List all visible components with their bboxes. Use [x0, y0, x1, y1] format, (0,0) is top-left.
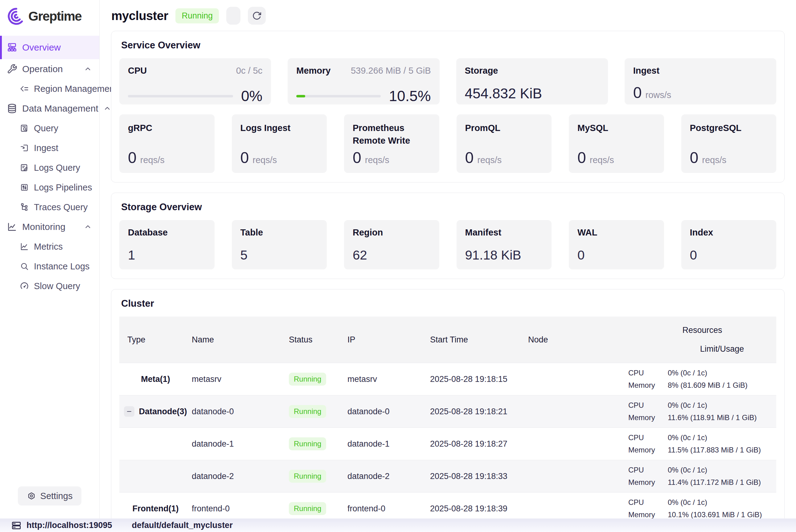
collapse-datanode-group-button[interactable] [124, 406, 134, 417]
cpu-key: CPU [628, 466, 668, 474]
table-stat-card: Table 5 [232, 220, 327, 269]
sidebar-item-query[interactable]: Query [0, 118, 99, 138]
status-badge: Running [289, 405, 326, 418]
cpu-usage: 0% (0c / 1c) [668, 401, 707, 410]
sidebar-item-logs-query[interactable]: Logs Query [0, 158, 99, 177]
database-stat-label: Database [128, 227, 206, 238]
sidebar-item-label: Query [34, 123, 58, 133]
row-type: Datanode(3) [139, 407, 187, 416]
row-type: Meta(1) [141, 375, 170, 384]
cpu-label: CPU [128, 66, 147, 76]
page-title: mycluster [111, 9, 168, 23]
postgresql-card: PostgreSQL 0 reqs/s [681, 114, 777, 173]
wal-stat-value: 0 [577, 249, 656, 262]
sidebar-nav: Overview Operation Region Management [0, 35, 99, 487]
brand-logo[interactable]: Greptime [0, 0, 99, 35]
table-row-frontend-0: Frontend(1) frontend-0 Running frontend-… [119, 492, 776, 518]
column-header-status: Status [289, 317, 347, 363]
status-bar: http://localhost:19095 default/default_m… [0, 518, 796, 532]
ingest-label: Ingest [633, 66, 659, 76]
sidebar-item-label: Logs Query [34, 163, 80, 173]
cpu-usage: 0% (0c / 1c) [668, 433, 707, 442]
index-stat-value: 0 [690, 249, 768, 262]
storage-value: 454.832 KiB [465, 86, 599, 100]
row-ip: datanode-0 [347, 407, 390, 416]
sidebar-item-metrics[interactable]: Metrics [0, 237, 99, 256]
row-start-time: 2025-08-28 19:18:33 [430, 472, 508, 481]
sidebar-item-slow-query[interactable]: Slow Query [0, 276, 99, 296]
logs-ingest-card: Logs Ingest 0 reqs/s [232, 114, 327, 173]
cpu-progress-track [128, 95, 233, 97]
memory-key: Memory [628, 413, 668, 422]
sidebar: Greptime Overview Operation [0, 0, 99, 518]
storage-stats-row: Database 1 Table 5 Region 62 Manifest 91… [119, 220, 776, 269]
table-row-datanode-1: datanode-1 Running datanode-1 2025-08-28… [119, 428, 776, 460]
cpu-usage: 0% (0c / 1c) [668, 369, 707, 377]
tree-icon [20, 203, 29, 212]
ingest-unit: rows/s [646, 90, 671, 100]
resources-header-label: Resources [628, 325, 776, 335]
server-icon [11, 520, 22, 531]
sidebar-group-data-management[interactable]: Data Management [0, 99, 99, 118]
row-start-time: 2025-08-28 19:18:27 [430, 439, 508, 449]
sidebar-item-region-management[interactable]: Region Management [0, 79, 99, 99]
row-ip: datanode-2 [347, 472, 390, 481]
index-stat-label: Index [690, 227, 768, 238]
refresh-button[interactable] [248, 7, 266, 25]
cluster-table-body: Meta(1) metasrv Running metasrv 2025-08-… [119, 363, 776, 518]
row-ip: metasrv [347, 375, 377, 384]
cpu-limit: 0c / 5c [236, 66, 262, 76]
server-url[interactable]: http://localhost:19095 [26, 520, 112, 530]
sidebar-item-overview[interactable]: Overview [0, 36, 99, 59]
region-stat-value: 62 [353, 249, 431, 262]
memory-percent: 10.5% [389, 89, 431, 103]
brand-name: Greptime [29, 9, 81, 24]
cpu-usage: 0% (0c / 1c) [668, 498, 707, 507]
row-resources: CPU0% (0c / 1c) Memory10.1% (103.691 MiB… [628, 498, 776, 518]
column-header-name: Name [192, 317, 289, 363]
promql-card: PromQL 0 reqs/s [457, 114, 552, 173]
sidebar-item-traces-query[interactable]: Traces Query [0, 197, 99, 217]
gear-icon [27, 491, 36, 500]
cluster-status-badge: Running [175, 8, 219, 23]
sidebar-group-operation[interactable]: Operation [0, 59, 99, 79]
promql-unit: reqs/s [477, 155, 501, 165]
index-stat-card: Index 0 [681, 220, 777, 269]
mysql-unit: reqs/s [590, 155, 614, 165]
database-stat-card: Database 1 [119, 220, 214, 269]
ingest-arrow-icon [20, 143, 29, 153]
sidebar-group-label: Data Management [22, 103, 98, 114]
line-chart-icon [7, 222, 17, 232]
current-database[interactable]: default/default_mycluster [132, 520, 233, 530]
row-ip: frontend-0 [347, 504, 385, 513]
row-start-time: 2025-08-28 19:18:15 [430, 375, 508, 384]
cpu-usage: 0% (0c / 1c) [668, 466, 707, 474]
status-badge: Running [289, 470, 326, 483]
logs-ingest-label: Logs Ingest [241, 122, 319, 134]
region-stat-label: Region [353, 227, 431, 238]
sidebar-item-ingest[interactable]: Ingest [0, 138, 99, 158]
sidebar-item-label: Traces Query [34, 202, 88, 212]
sidebar-group-monitoring[interactable]: Monitoring [0, 217, 99, 237]
promql-label: PromQL [465, 122, 543, 134]
cluster-panel: Cluster Type Name Status IP Start Time N… [111, 289, 784, 518]
grpc-label: gRPC [128, 122, 206, 134]
row-start-time: 2025-08-28 19:18:39 [430, 504, 508, 513]
manifest-stat-value: 91.18 KiB [465, 249, 543, 262]
service-overview-panel: Service Overview CPU 0c / 5c 0% Memory 5… [111, 31, 784, 183]
status-badge: Running [289, 437, 326, 450]
sidebar-group-label: Monitoring [22, 222, 65, 232]
pause-button[interactable] [226, 7, 241, 25]
table-row-datanode-0: Datanode(3) datanode-0 Running datanode-… [119, 395, 776, 428]
row-name: frontend-0 [192, 504, 230, 513]
grpc-card: gRPC 0 reqs/s [119, 114, 214, 173]
prometheus-remote-write-card: Prometheus Remote Write 0 reqs/s [344, 114, 439, 173]
sidebar-item-label: Instance Logs [34, 261, 90, 271]
settings-button[interactable]: Settings [18, 487, 81, 506]
sidebar-item-instance-logs[interactable]: Instance Logs [0, 256, 99, 276]
status-badge: Running [289, 502, 326, 515]
sidebar-item-logs-pipelines[interactable]: Logs Pipelines [0, 177, 99, 197]
sidebar-group-label: Operation [22, 64, 63, 74]
service-metric-row: CPU 0c / 5c 0% Memory 539.266 MiB / 5 Gi… [119, 58, 776, 104]
chevron-up-icon [84, 65, 92, 73]
